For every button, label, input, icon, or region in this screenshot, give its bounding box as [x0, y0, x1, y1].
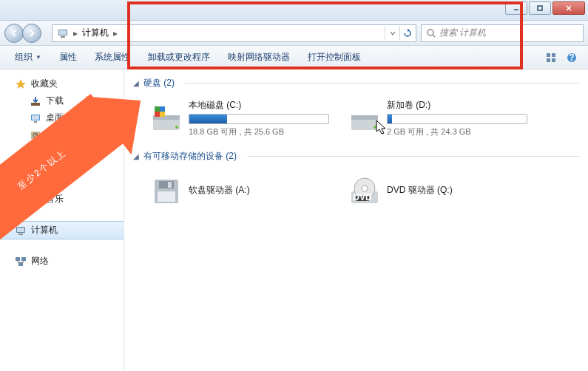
svg-text:?: ? — [569, 52, 574, 63]
explorer-body: 收藏夹 下载 桌面 最近访问的位 图片 文档 — [0, 69, 588, 371]
organize-menu[interactable]: 组织▼ — [7, 48, 49, 67]
computer-icon — [15, 225, 27, 236]
desktop-icon — [30, 112, 41, 124]
dvd-icon: DVD — [348, 175, 381, 208]
drive-d[interactable]: 新加卷 (D:) 2 GB 可用 , 共 24.3 GB — [343, 97, 533, 140]
properties-button[interactable]: 属性 — [52, 48, 84, 67]
sidebar-computer[interactable]: ▷ 计算机 — [0, 221, 124, 239]
sidebar-music[interactable]: 音乐 — [0, 191, 124, 208]
sidebar-pictures[interactable]: 图片 — [0, 157, 124, 174]
window-titlebar — [0, 0, 588, 21]
divider — [185, 83, 579, 84]
svg-rect-39 — [160, 106, 165, 112]
svg-rect-28 — [17, 228, 24, 232]
view-options-button[interactable] — [542, 49, 560, 67]
content-pane: ◢ 硬盘 (2) 本地磁盘 (C:) 18.8 GB 可用 , 共 25.6 G… — [124, 69, 588, 371]
drive-floppy[interactable]: 软盘驱动器 (A:) — [145, 170, 334, 213]
svg-rect-9 — [547, 53, 550, 57]
section-title: 有可移动存储的设备 (2) — [143, 150, 237, 163]
svg-rect-30 — [16, 257, 20, 261]
recent-icon — [30, 129, 41, 141]
svg-point-42 — [374, 126, 376, 129]
drive-name: DVD 驱动器 (Q:) — [387, 184, 527, 197]
sidebar-desktop[interactable]: 桌面 — [0, 109, 124, 126]
documents-icon — [30, 177, 41, 188]
download-icon — [30, 95, 41, 107]
svg-rect-17 — [32, 115, 39, 120]
svg-rect-46 — [158, 191, 175, 202]
sidebar-documents[interactable]: 文档 — [0, 174, 124, 191]
expand-icon[interactable]: ▷ — [4, 226, 10, 234]
svg-rect-15 — [31, 103, 40, 106]
floppy-icon — [150, 175, 183, 208]
drive-stat: 18.8 GB 可用 , 共 25.6 GB — [189, 126, 329, 137]
drive-name: 软盘驱动器 (A:) — [189, 184, 329, 197]
collapse-icon: ◢ — [133, 152, 139, 160]
svg-rect-41 — [351, 115, 378, 120]
navigation-sidebar: 收藏夹 下载 桌面 最近访问的位 图片 文档 — [0, 69, 124, 371]
svg-rect-12 — [552, 58, 555, 62]
nav-buttons — [4, 23, 47, 44]
sidebar-label: 收藏夹 — [31, 78, 58, 90]
divider — [247, 156, 579, 157]
svg-line-8 — [433, 35, 435, 37]
section-title: 硬盘 (2) — [143, 77, 175, 89]
drive-name: 新加卷 (D:) — [387, 99, 527, 112]
collapse-icon: ◢ — [133, 79, 139, 87]
address-bar[interactable]: ▸ 计算机 ▸ — [52, 24, 416, 42]
section-header-hdd[interactable]: ◢ 硬盘 (2) — [132, 74, 581, 92]
forward-button[interactable] — [22, 24, 41, 43]
search-placeholder: 搜索 计算机 — [439, 27, 486, 39]
map-drive-button[interactable]: 映射网络驱动器 — [220, 48, 297, 67]
sidebar-label: 最近访问的位 — [46, 129, 99, 141]
refresh-button[interactable] — [399, 26, 414, 41]
sidebar-downloads[interactable]: 下载 — [0, 92, 124, 109]
drive-c[interactable]: 本地磁盘 (C:) 18.8 GB 可用 , 共 25.6 GB — [145, 97, 334, 140]
svg-rect-6 — [61, 36, 65, 38]
svg-rect-5 — [59, 30, 67, 35]
control-panel-button[interactable]: 打开控制面板 — [300, 48, 368, 67]
maximize-button[interactable] — [529, 1, 551, 15]
svg-text:DVD: DVD — [353, 192, 372, 202]
sidebar-label: 文档 — [46, 176, 64, 188]
sidebar-label: 网络 — [31, 255, 49, 268]
star-icon — [15, 78, 27, 90]
breadcrumb-arrow-icon: ▸ — [112, 28, 119, 38]
section-header-removable[interactable]: ◢ 有可移动存储的设备 (2) — [132, 147, 581, 166]
address-dropdown-button[interactable] — [385, 26, 399, 41]
search-icon — [426, 28, 436, 38]
svg-rect-45 — [168, 182, 172, 188]
sidebar-favorites[interactable]: 收藏夹 — [0, 75, 124, 92]
back-button[interactable] — [4, 24, 24, 43]
svg-point-7 — [428, 30, 433, 35]
breadcrumb-arrow-icon: ▸ — [72, 28, 79, 38]
close-button[interactable] — [552, 1, 585, 15]
breadcrumb-computer[interactable]: 计算机 — [79, 25, 112, 41]
computer-icon — [57, 27, 69, 39]
system-properties-button[interactable]: 系统属性 — [87, 48, 138, 67]
hdd-icon — [348, 102, 381, 135]
hdd-row: 本地磁盘 (C:) 18.8 GB 可用 , 共 25.6 GB 新加卷 (D:… — [132, 92, 581, 147]
svg-rect-31 — [21, 257, 26, 261]
drive-name: 本地磁盘 (C:) — [189, 99, 329, 112]
uninstall-button[interactable]: 卸载或更改程序 — [141, 48, 217, 67]
svg-point-49 — [362, 186, 368, 191]
svg-rect-10 — [552, 53, 555, 57]
sidebar-label: 计算机 — [31, 224, 58, 236]
network-icon — [15, 256, 27, 268]
music-icon — [30, 194, 41, 205]
sidebar-network[interactable]: 网络 — [0, 253, 124, 270]
help-button[interactable]: ? — [563, 49, 581, 67]
drive-dvd[interactable]: DVD DVD 驱动器 (Q:) — [343, 170, 533, 213]
search-input[interactable]: 搜索 计算机 — [421, 24, 584, 42]
sidebar-label: 下载 — [46, 95, 64, 107]
svg-rect-37 — [155, 106, 160, 112]
minimize-button[interactable] — [505, 1, 527, 15]
svg-point-35 — [175, 126, 178, 129]
sidebar-label: 桌面 — [46, 112, 64, 124]
sidebar-label: 音乐 — [46, 193, 64, 205]
svg-rect-11 — [547, 58, 550, 62]
svg-point-22 — [33, 163, 36, 166]
sidebar-recent[interactable]: 最近访问的位 — [0, 126, 124, 143]
command-toolbar: 组织▼ 属性 系统属性 卸载或更改程序 映射网络驱动器 打开控制面板 ? — [0, 46, 588, 69]
